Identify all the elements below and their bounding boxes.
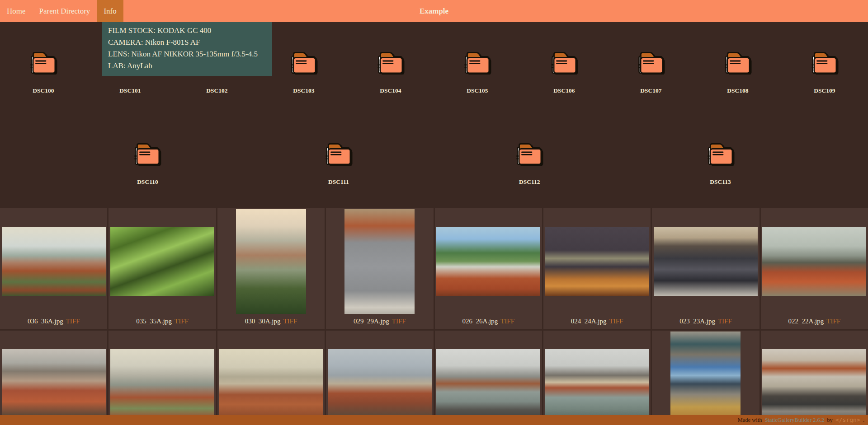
folder-label: DSC103 [260,87,347,94]
photo-tile: 036_36A.jpgTIFF [0,208,107,329]
folder-label: DSC101 [87,87,174,94]
folder-label: DSC100 [0,87,87,94]
folder-icon [550,48,579,75]
photo-tile [543,331,651,425]
photo-tile [652,331,759,425]
folder-label: DSC111 [295,178,382,186]
photo-filename: 030_30A.jpg [245,318,281,325]
folder-icon [810,48,839,75]
nav-item-home[interactable]: Home [0,0,33,22]
photo-thumbnail[interactable] [328,349,432,418]
folder-label: DSC108 [694,87,781,94]
photo-thumbnail[interactable] [436,349,540,418]
photo-filename: 023_23A.jpg [679,318,715,325]
thumbnail-grid: 036_36A.jpgTIFF 035_35A.jpgTIFF 030_30A.… [0,208,868,425]
folder-item[interactable]: DSC106 [521,48,608,94]
folder-label: DSC102 [174,87,260,94]
footer-made-with-text: Made with [738,417,762,423]
photo-filename: 035_35A.jpg [136,318,172,325]
photo-tile [217,331,325,425]
photo-thumbnail[interactable] [2,227,106,296]
photo-filename: 026_26A.jpg [462,318,498,325]
photo-thumbnail[interactable] [545,349,649,418]
photo-thumbnail[interactable] [436,227,540,296]
tiff-link[interactable]: TIFF [175,318,189,325]
folder-icon [133,140,162,166]
folder-label: DSC110 [104,178,191,186]
nav-item-info[interactable]: Info [97,0,123,22]
static-gallery-builder-link[interactable]: StaticGalleryBuilder 2.6.2 [765,417,825,423]
photo-thumbnail[interactable] [110,227,214,296]
folder-label: DSC112 [486,178,573,186]
folder-item[interactable]: DSC112 [486,140,573,186]
photo-tile: 026_26A.jpgTIFF [435,208,542,329]
tiff-link[interactable]: TIFF [392,318,406,325]
folder-item[interactable]: DSC108 [694,48,781,94]
info-line-lens: LENS: Nikon AF NIKKOR 35-135mm f/3.5-4.5 [108,48,266,60]
photo-filename: 022_22A.jpg [788,318,824,325]
folder-label: DSC104 [347,87,434,94]
tiff-link[interactable]: TIFF [718,318,732,325]
photo-tile: 029_29A.jpgTIFF [326,208,433,329]
photo-thumbnail[interactable] [110,349,214,418]
photo-tile [0,331,107,425]
folder-label: DSC109 [781,87,868,94]
tiff-link[interactable]: TIFF [609,318,623,325]
tiff-link[interactable]: TIFF [66,318,80,325]
folder-icon [29,48,58,75]
top-nav: Home Parent Directory Info Example [0,0,868,22]
tiff-link[interactable]: TIFF [826,318,840,325]
folder-icon [324,140,353,166]
photo-thumbnail[interactable] [762,227,866,296]
photo-thumbnail[interactable] [236,209,306,314]
photo-thumbnail[interactable] [545,227,649,296]
info-line-camera: CAMERA: Nikon F-801S AF [108,37,266,48]
info-line-film-stock: FILM STOCK: KODAK GC 400 [108,25,266,37]
folder-label: DSC107 [608,87,694,94]
page-title: Example [420,0,448,22]
folder-item[interactable]: DSC104 [347,48,434,94]
folder-item[interactable]: DSC100 [0,48,87,94]
tiff-link[interactable]: TIFF [283,318,297,325]
folder-icon [289,48,318,75]
footer-period: . [863,417,864,423]
folder-label: DSC105 [434,87,521,94]
folder-item[interactable]: DSC103 [260,48,347,94]
srgn-logo[interactable]: </srgn> [835,416,860,423]
photo-tile [761,331,868,425]
folder-item[interactable]: DSC113 [677,140,764,186]
folder-icon [515,140,544,166]
photo-filename: 036_36A.jpg [28,318,63,325]
folder-icon [376,48,405,75]
photo-thumbnail[interactable] [344,209,415,314]
folder-icon [463,48,492,75]
photo-thumbnail[interactable] [654,227,758,296]
photo-tile [435,331,542,425]
folder-label: DSC113 [677,178,764,186]
info-panel: FILM STOCK: KODAK GC 400 CAMERA: Nikon F… [102,22,272,76]
folder-item[interactable]: DSC110 [104,140,191,186]
folder-icon [706,140,735,166]
photo-thumbnail[interactable] [762,349,866,418]
photo-tile [108,331,216,425]
folder-icon [723,48,752,75]
folder-item[interactable]: DSC109 [781,48,868,94]
photo-filename: 024_24A.jpg [571,318,607,325]
photo-thumbnail[interactable] [2,349,106,418]
photo-tile: 024_24A.jpgTIFF [543,208,651,329]
tiff-link[interactable]: TIFF [500,318,514,325]
folder-label: DSC106 [521,87,608,94]
footer: Made with StaticGalleryBuilder 2.6.2 by … [0,415,868,425]
folder-item[interactable]: DSC105 [434,48,521,94]
folder-icon [637,48,665,75]
folder-item[interactable]: DSC111 [295,140,382,186]
photo-tile: 030_30A.jpgTIFF [217,208,325,329]
nav-item-parent-directory[interactable]: Parent Directory [33,0,97,22]
folder-item[interactable]: DSC107 [608,48,694,94]
photo-tile: 035_35A.jpgTIFF [108,208,216,329]
info-line-lab: LAB: AnyLab [108,60,266,72]
photo-thumbnail[interactable] [219,349,323,418]
photo-tile: 022_22A.jpgTIFF [761,208,868,329]
photo-tile: 023_23A.jpgTIFF [652,208,759,329]
photo-thumbnail[interactable] [670,332,741,425]
